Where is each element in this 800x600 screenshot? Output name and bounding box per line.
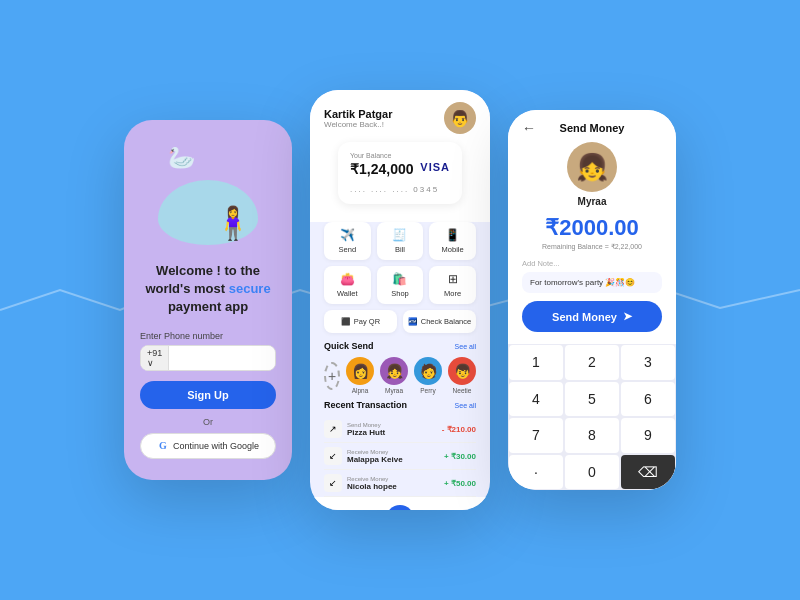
more-icon: ⊞ xyxy=(448,272,458,286)
quick-send-header: Quick Send See all xyxy=(324,341,476,351)
key-5[interactable]: 5 xyxy=(565,382,619,417)
contact-myraa[interactable]: 👧 Myraa xyxy=(380,357,408,394)
signup-button[interactable]: Sign Up xyxy=(140,381,276,409)
key-dot[interactable]: · xyxy=(509,455,563,490)
action-buttons-row1: ✈️ Send 🧾 Bill 📱 Mobile xyxy=(310,222,490,260)
contact-name-neetie: Neetie xyxy=(453,387,472,394)
recent-header: Recent Transaction See all xyxy=(324,400,476,410)
more-button[interactable]: ⊞ More xyxy=(429,266,476,304)
key-0[interactable]: 0 xyxy=(565,455,619,490)
phone-dashboard: Kartik Patgar Welcome Back..! 👨 Your Bal… xyxy=(310,90,490,510)
recent-transactions-section: Recent Transaction See all ↗ Send Money … xyxy=(310,400,490,497)
bottom-navbar: 🏠 📅 + 💳 👤 xyxy=(310,497,490,510)
country-code-selector[interactable]: +91 ∨ xyxy=(141,346,169,370)
phone-number-input[interactable] xyxy=(169,346,276,370)
shop-button[interactable]: 🛍️ Shop xyxy=(377,266,424,304)
key-2[interactable]: 2 xyxy=(565,345,619,380)
transaction-row-1[interactable]: ↗ Send Money Pizza Hutt - ₹210.00 xyxy=(324,416,476,443)
send-icon: ✈️ xyxy=(340,228,355,242)
mobile-button[interactable]: 📱 Mobile xyxy=(429,222,476,260)
user-avatar[interactable]: 👨 xyxy=(444,102,476,134)
phone-welcome: 🦢 🧍‍♀️ Welcome ! to the world's most sec… xyxy=(124,120,292,480)
contact-name-myraa: Myraa xyxy=(385,387,403,394)
contact-avatar-alpna: 👩 xyxy=(346,357,374,385)
contact-name-perry: Perry xyxy=(420,387,436,394)
card-number: .... .... .... 0345 xyxy=(350,185,450,194)
quick-send-title: Quick Send xyxy=(324,341,374,351)
contact-neetie[interactable]: 👦 Neetie xyxy=(448,357,476,394)
contact-perry[interactable]: 🧑 Perry xyxy=(414,357,442,394)
wallet-button[interactable]: 👛 Wallet xyxy=(324,266,371,304)
txn-amount-2: + ₹30.00 xyxy=(444,452,476,461)
key-3[interactable]: 3 xyxy=(621,345,675,380)
user-name: Kartik Patgar xyxy=(324,108,392,120)
phone-input-container[interactable]: +91 ∨ xyxy=(140,345,276,371)
or-divider: Or xyxy=(203,417,213,427)
phone-number-label: Enter Phone number xyxy=(140,331,223,341)
mobile-icon: 📱 xyxy=(445,228,460,242)
txn-name-2: Malappa Keive xyxy=(347,455,403,464)
key-8[interactable]: 8 xyxy=(565,418,619,453)
key-6[interactable]: 6 xyxy=(621,382,675,417)
note-content[interactable]: For tomorrow's party 🎉🎊😊 xyxy=(522,272,662,293)
visa-logo: VISA xyxy=(420,161,450,173)
contact-avatar-myraa: 👧 xyxy=(380,357,408,385)
txn-info-2: Receive Money Malappa Keive xyxy=(347,449,403,464)
txn-left-2: ↙ Receive Money Malappa Keive xyxy=(324,447,403,465)
wide-action-buttons: ⬛ Pay QR 🏧 Check Balance xyxy=(310,310,490,333)
contact-avatar-perry: 🧑 xyxy=(414,357,442,385)
txn-amount-3: + ₹50.00 xyxy=(444,479,476,488)
key-9[interactable]: 9 xyxy=(621,418,675,453)
add-nav-button[interactable]: + xyxy=(386,505,414,510)
txn-info-3: Receive Money Nicola hopee xyxy=(347,476,397,491)
contact-alpna[interactable]: 👩 Alpna xyxy=(346,357,374,394)
phone-send-money: ← Send Money 👧 Myraa ₹2000.00 Remaining … xyxy=(508,110,676,490)
qr-icon: ⬛ xyxy=(341,317,350,326)
balance-row: ₹1,24,000 VISA xyxy=(350,161,450,177)
google-icon: G xyxy=(157,440,169,452)
hero-illustration: 🦢 🧍‍♀️ xyxy=(153,140,263,250)
person-icon: 🧍‍♀️ xyxy=(213,204,253,242)
key-backspace[interactable]: ⌫ xyxy=(621,455,675,490)
txn-info-1: Send Money Pizza Hutt xyxy=(347,422,385,437)
bill-button[interactable]: 🧾 Bill xyxy=(377,222,424,260)
send-button[interactable]: ✈️ Send xyxy=(324,222,371,260)
balance-card: Your Balance ₹1,24,000 VISA .... .... ..… xyxy=(338,142,462,204)
balance-label: Your Balance xyxy=(350,152,450,159)
key-7[interactable]: 7 xyxy=(509,418,563,453)
recipient-avatar: 👧 xyxy=(567,142,617,192)
shop-icon: 🛍️ xyxy=(392,272,407,286)
recipient-section: 👧 Myraa xyxy=(522,142,662,207)
recipient-name: Myraa xyxy=(578,196,607,207)
recent-see-all[interactable]: See all xyxy=(455,402,476,409)
contacts-row: + 👩 Alpna 👧 Myraa 🧑 Perry 👦 Neetie xyxy=(324,357,476,394)
dashboard-header: Kartik Patgar Welcome Back..! 👨 Your Bal… xyxy=(310,90,490,222)
txn-left-3: ↙ Receive Money Nicola hopee xyxy=(324,474,397,492)
key-1[interactable]: 1 xyxy=(509,345,563,380)
arrow-icon: ➤ xyxy=(623,310,632,323)
back-button[interactable]: ← xyxy=(522,120,536,136)
contact-name-alpna: Alpna xyxy=(352,387,369,394)
welcome-text: Welcome ! to the world's most secure pay… xyxy=(145,262,270,317)
txn-name-1: Pizza Hutt xyxy=(347,428,385,437)
google-signin-button[interactable]: G Continue with Google xyxy=(140,433,276,459)
transaction-row-3[interactable]: ↙ Receive Money Nicola hopee + ₹50.00 xyxy=(324,470,476,497)
send-money-title: Send Money xyxy=(560,122,625,134)
wallet-icon: 👛 xyxy=(340,272,355,286)
send-money-button[interactable]: Send Money ➤ xyxy=(522,301,662,332)
transaction-row-2[interactable]: ↙ Receive Money Malappa Keive + ₹30.00 xyxy=(324,443,476,470)
user-info-row: Kartik Patgar Welcome Back..! 👨 xyxy=(324,102,476,134)
bill-icon: 🧾 xyxy=(392,228,407,242)
balance-amount: ₹1,24,000 xyxy=(350,161,414,177)
send-money-top: ← Send Money 👧 Myraa ₹2000.00 Remaining … xyxy=(508,110,676,344)
pay-qr-button[interactable]: ⬛ Pay QR xyxy=(324,310,397,333)
check-balance-button[interactable]: 🏧 Check Balance xyxy=(403,310,476,333)
contact-avatar-neetie: 👦 xyxy=(448,357,476,385)
keypad: 1 2 3 4 5 6 7 8 9 · 0 ⌫ xyxy=(508,344,676,490)
balance-icon: 🏧 xyxy=(408,317,417,326)
txn-icon-2: ↙ xyxy=(324,447,342,465)
quick-send-see-all[interactable]: See all xyxy=(455,343,476,350)
add-contact-button[interactable]: + xyxy=(324,362,340,390)
key-4[interactable]: 4 xyxy=(509,382,563,417)
txn-left-1: ↗ Send Money Pizza Hutt xyxy=(324,420,385,438)
